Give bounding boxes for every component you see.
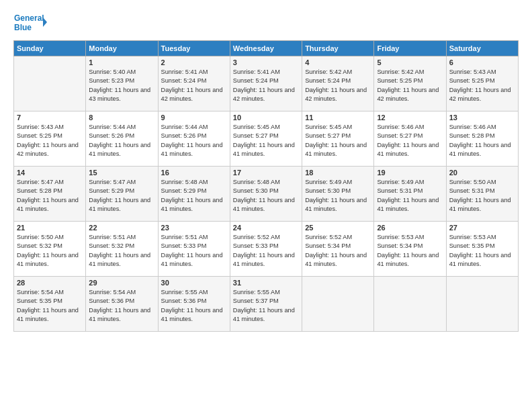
sunset: Sunset: 5:28 PM xyxy=(17,187,62,194)
day-number: 22 xyxy=(89,224,154,232)
calendar-cell: 23Sunrise: 5:51 AMSunset: 5:33 PMDayligh… xyxy=(158,222,230,277)
week-row-2: 14Sunrise: 5:47 AMSunset: 5:28 PMDayligh… xyxy=(14,167,519,222)
day-header-tuesday: Tuesday xyxy=(158,41,230,56)
daylight: Daylight: 11 hours and 41 minutes. xyxy=(377,142,439,157)
calendar-cell: 9Sunrise: 5:44 AMSunset: 5:26 PMDaylight… xyxy=(158,111,230,167)
calendar-cell: 2Sunrise: 5:41 AMSunset: 5:24 PMDaylight… xyxy=(158,56,230,111)
sunset: Sunset: 5:24 PM xyxy=(233,77,279,84)
day-header-thursday: Thursday xyxy=(302,41,374,56)
week-row-3: 21Sunrise: 5:50 AMSunset: 5:32 PMDayligh… xyxy=(14,222,519,277)
daylight: Daylight: 11 hours and 41 minutes. xyxy=(449,252,511,267)
calendar-table: SundayMondayTuesdayWednesdayThursdayFrid… xyxy=(13,40,519,332)
sunset: Sunset: 5:27 PM xyxy=(233,132,279,139)
sunrise: Sunrise: 5:54 AM xyxy=(89,289,136,295)
sunset: Sunset: 5:30 PM xyxy=(305,187,351,194)
sunrise: Sunrise: 5:45 AM xyxy=(233,124,280,130)
day-number: 30 xyxy=(161,279,227,287)
cell-content: Sunrise: 5:50 AMSunset: 5:32 PMDaylight:… xyxy=(17,233,83,269)
cell-content: Sunrise: 5:46 AMSunset: 5:27 PMDaylight:… xyxy=(377,123,443,158)
day-number: 7 xyxy=(17,113,83,122)
cell-content: Sunrise: 5:45 AMSunset: 5:27 PMDaylight:… xyxy=(305,123,371,158)
day-number: 21 xyxy=(17,224,83,232)
sunset: Sunset: 5:25 PM xyxy=(449,77,495,84)
sunrise: Sunrise: 5:47 AM xyxy=(89,179,136,185)
sunset: Sunset: 5:26 PM xyxy=(89,132,134,139)
sunset: Sunset: 5:23 PM xyxy=(89,77,134,84)
day-number: 11 xyxy=(305,113,371,122)
day-number: 29 xyxy=(89,279,154,287)
sunrise: Sunrise: 5:42 AM xyxy=(377,68,424,75)
calendar-cell: 31Sunrise: 5:55 AMSunset: 5:37 PMDayligh… xyxy=(230,277,302,332)
daylight: Daylight: 11 hours and 41 minutes. xyxy=(233,307,295,322)
cell-content: Sunrise: 5:53 AMSunset: 5:35 PMDaylight:… xyxy=(449,233,515,269)
day-number: 23 xyxy=(161,224,227,232)
calendar-cell xyxy=(374,277,446,332)
daylight: Daylight: 11 hours and 43 minutes. xyxy=(89,87,150,102)
sunset: Sunset: 5:29 PM xyxy=(161,187,207,194)
week-row-4: 28Sunrise: 5:54 AMSunset: 5:35 PMDayligh… xyxy=(14,277,519,332)
calendar-cell: 8Sunrise: 5:44 AMSunset: 5:26 PMDaylight… xyxy=(86,111,158,167)
calendar-header-row: SundayMondayTuesdayWednesdayThursdayFrid… xyxy=(14,41,519,56)
calendar-cell: 16Sunrise: 5:48 AMSunset: 5:29 PMDayligh… xyxy=(158,167,230,222)
sunset: Sunset: 5:32 PM xyxy=(17,242,62,249)
calendar-cell: 25Sunrise: 5:52 AMSunset: 5:34 PMDayligh… xyxy=(302,222,374,277)
sunset: Sunset: 5:24 PM xyxy=(305,77,351,84)
cell-content: Sunrise: 5:54 AMSunset: 5:35 PMDaylight:… xyxy=(17,288,83,324)
daylight: Daylight: 11 hours and 41 minutes. xyxy=(233,142,295,157)
sunset: Sunset: 5:29 PM xyxy=(89,187,134,194)
day-number: 12 xyxy=(377,113,443,122)
sunrise: Sunrise: 5:53 AM xyxy=(449,234,496,240)
cell-content: Sunrise: 5:55 AMSunset: 5:37 PMDaylight:… xyxy=(233,288,299,324)
cell-content: Sunrise: 5:48 AMSunset: 5:30 PMDaylight:… xyxy=(233,178,299,214)
calendar-cell: 18Sunrise: 5:49 AMSunset: 5:30 PMDayligh… xyxy=(302,167,374,222)
day-number: 31 xyxy=(233,279,299,287)
cell-content: Sunrise: 5:42 AMSunset: 5:25 PMDaylight:… xyxy=(377,68,443,103)
sunrise: Sunrise: 5:46 AM xyxy=(377,124,424,130)
day-number: 24 xyxy=(233,224,299,232)
sunrise: Sunrise: 5:40 AM xyxy=(89,68,136,75)
calendar-cell: 27Sunrise: 5:53 AMSunset: 5:35 PMDayligh… xyxy=(446,222,518,277)
sunrise: Sunrise: 5:44 AM xyxy=(89,124,136,130)
daylight: Daylight: 11 hours and 41 minutes. xyxy=(377,197,439,212)
daylight: Daylight: 11 hours and 41 minutes. xyxy=(305,197,367,212)
daylight: Daylight: 11 hours and 41 minutes. xyxy=(305,252,367,267)
sunset: Sunset: 5:25 PM xyxy=(377,77,423,84)
day-number: 19 xyxy=(377,169,443,177)
daylight: Daylight: 11 hours and 42 minutes. xyxy=(233,87,295,102)
calendar-cell: 24Sunrise: 5:52 AMSunset: 5:33 PMDayligh… xyxy=(230,222,302,277)
calendar-cell: 20Sunrise: 5:50 AMSunset: 5:31 PMDayligh… xyxy=(446,167,518,222)
day-header-friday: Friday xyxy=(374,41,446,56)
sunrise: Sunrise: 5:41 AM xyxy=(161,68,208,75)
sunrise: Sunrise: 5:55 AM xyxy=(233,289,280,295)
day-number: 9 xyxy=(161,113,227,122)
daylight: Daylight: 11 hours and 41 minutes. xyxy=(17,197,79,212)
daylight: Daylight: 11 hours and 41 minutes. xyxy=(161,307,223,322)
sunrise: Sunrise: 5:52 AM xyxy=(233,234,280,240)
sunrise: Sunrise: 5:42 AM xyxy=(305,68,352,75)
cell-content: Sunrise: 5:55 AMSunset: 5:36 PMDaylight:… xyxy=(161,288,227,324)
day-number: 15 xyxy=(89,169,154,177)
svg-text:Blue: Blue xyxy=(14,23,32,32)
daylight: Daylight: 11 hours and 41 minutes. xyxy=(89,197,150,212)
cell-content: Sunrise: 5:43 AMSunset: 5:25 PMDaylight:… xyxy=(17,123,83,158)
calendar-cell: 3Sunrise: 5:41 AMSunset: 5:24 PMDaylight… xyxy=(230,56,302,111)
calendar-cell xyxy=(446,277,518,332)
cell-content: Sunrise: 5:48 AMSunset: 5:29 PMDaylight:… xyxy=(161,178,227,214)
page: General Blue SundayMondayTuesdayWednesda… xyxy=(0,0,532,411)
calendar-cell: 1Sunrise: 5:40 AMSunset: 5:23 PMDaylight… xyxy=(86,56,158,111)
daylight: Daylight: 11 hours and 41 minutes. xyxy=(89,142,150,157)
sunset: Sunset: 5:33 PM xyxy=(233,242,279,249)
daylight: Daylight: 11 hours and 42 minutes. xyxy=(305,87,367,102)
cell-content: Sunrise: 5:51 AMSunset: 5:32 PMDaylight:… xyxy=(89,233,154,269)
day-number: 1 xyxy=(89,58,154,66)
daylight: Daylight: 11 hours and 42 minutes. xyxy=(161,87,223,102)
logo: General Blue xyxy=(13,11,47,36)
calendar-cell: 19Sunrise: 5:49 AMSunset: 5:31 PMDayligh… xyxy=(374,167,446,222)
sunrise: Sunrise: 5:48 AM xyxy=(233,179,280,185)
cell-content: Sunrise: 5:49 AMSunset: 5:30 PMDaylight:… xyxy=(305,178,371,214)
day-number: 14 xyxy=(17,169,83,177)
calendar-cell: 21Sunrise: 5:50 AMSunset: 5:32 PMDayligh… xyxy=(14,222,86,277)
daylight: Daylight: 11 hours and 41 minutes. xyxy=(377,252,439,267)
logo-svg: General Blue xyxy=(13,11,47,36)
cell-content: Sunrise: 5:54 AMSunset: 5:36 PMDaylight:… xyxy=(89,288,154,324)
